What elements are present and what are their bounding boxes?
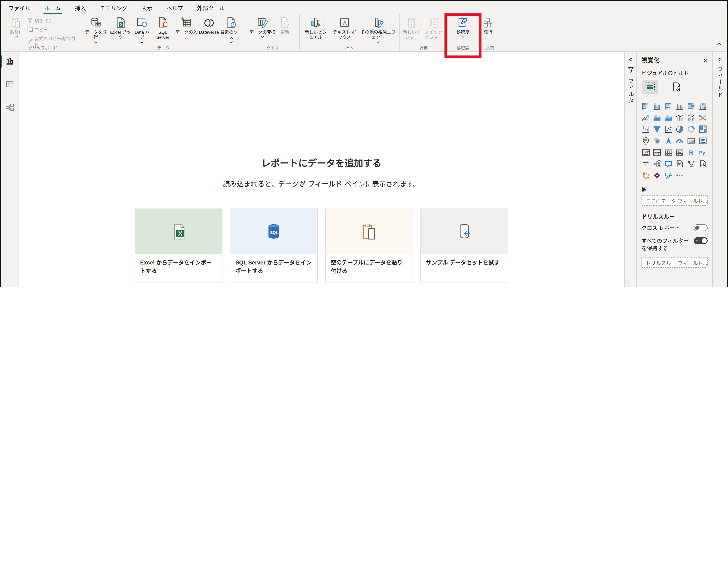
format-visual-tab[interactable] — [668, 80, 684, 94]
values-field-well[interactable]: ここにデータ フィールド... — [642, 195, 707, 206]
data-view-button[interactable] — [5, 80, 14, 91]
visual-icon-key-influencers[interactable] — [642, 160, 650, 168]
data-hub-button[interactable]: Data ハブ — [132, 16, 152, 44]
ribbon-group-share: 発行 共有 — [478, 14, 502, 51]
visual-icon-r-script-visual[interactable]: R — [687, 148, 695, 156]
sensitivity-icon — [457, 17, 469, 29]
visual-icon-funnel-chart[interactable] — [653, 125, 661, 133]
enter-data-button[interactable]: データの入力 — [174, 16, 199, 41]
menu-item-help[interactable]: ヘルプ — [165, 1, 184, 14]
expand-filters-icon[interactable]: « — [629, 55, 632, 63]
visual-icon-scatter-chart[interactable] — [664, 125, 673, 133]
sql-server-icon — [157, 17, 169, 29]
import-sql-card[interactable]: SQL SQL Server からデータをインポートする — [230, 208, 318, 283]
visual-icon-100-stacked-bar-chart[interactable] — [687, 102, 695, 110]
visual-icon-power-automate[interactable] — [664, 171, 673, 179]
publish-button[interactable]: 発行 — [480, 16, 496, 36]
calculator-icon — [406, 17, 418, 29]
visual-icon-get-more-visuals[interactable] — [676, 171, 684, 179]
model-view-button[interactable] — [5, 102, 14, 114]
visual-icon-decomposition-tree[interactable] — [653, 160, 661, 168]
new-visual-button[interactable]: 新しいビジュアル — [301, 16, 330, 41]
text-box-button[interactable]: A テキスト ボックス — [330, 16, 359, 41]
transform-data-icon — [256, 17, 269, 29]
visual-icon-card[interactable]: 123 — [687, 136, 695, 145]
visual-icon-map[interactable] — [642, 136, 650, 145]
menu-item-insert[interactable]: 挿入 — [74, 1, 87, 14]
menu-item-external-tools[interactable]: 外部ツール — [196, 1, 226, 14]
visual-icon-paginated-report[interactable] — [699, 160, 707, 168]
format-painter-icon — [27, 38, 33, 45]
visual-icon-treemap[interactable] — [699, 125, 707, 133]
import-excel-card[interactable]: X Excel からデータをインポートする — [134, 208, 223, 283]
chevron-down-icon — [260, 36, 264, 38]
collapse-visualizations-icon[interactable]: » — [703, 56, 707, 64]
visual-icon-donut-chart[interactable] — [687, 125, 695, 133]
visual-icon-arcgis-map[interactable] — [642, 171, 650, 179]
cut-button[interactable]: 切り取り — [26, 17, 79, 25]
active-view-indicator — [1, 55, 2, 68]
visual-icon-area-chart[interactable] — [653, 113, 661, 122]
quick-measure-button[interactable]: クイック メジャー — [422, 16, 445, 41]
sql-card-icon: SQL — [230, 209, 317, 254]
more-visuals-icon — [372, 17, 384, 29]
visual-icon-line-and-clustered-column-chart[interactable] — [687, 113, 695, 122]
paste-icon — [10, 17, 23, 29]
visual-icon-multi-row-card[interactable] — [699, 136, 707, 145]
excel-workbook-button[interactable]: X Excel ブック — [109, 16, 132, 41]
visual-icon-gauge[interactable] — [676, 136, 684, 145]
menu-item-file[interactable]: ファイル — [7, 1, 32, 14]
visual-icon-clustered-bar-chart[interactable] — [664, 102, 673, 110]
ribbon-group-query: データの変換 更新 クエリ — [246, 14, 300, 51]
visual-icon-slicer[interactable] — [653, 148, 661, 156]
visual-icon-waterfall-chart[interactable] — [642, 125, 650, 133]
report-view-button[interactable] — [5, 56, 14, 68]
sample-dataset-card[interactable]: サンプル データセットを試す — [420, 208, 508, 283]
visual-icon-stacked-column-chart[interactable] — [653, 102, 661, 110]
visual-icon-table[interactable] — [664, 148, 673, 156]
drillthrough-field-well[interactable]: ドリルスルー フィールド... — [642, 257, 707, 268]
svg-text:X: X — [178, 230, 183, 237]
cross-report-toggle[interactable] — [694, 224, 707, 231]
visual-icon-clustered-column-chart[interactable] — [676, 102, 684, 110]
collapse-ribbon-button[interactable] — [717, 39, 722, 48]
visual-icon-smart-narrative[interactable] — [676, 160, 684, 168]
build-visual-tab[interactable] — [642, 80, 658, 94]
visual-icon-line-chart[interactable] — [642, 113, 650, 122]
visual-icon-azure-map[interactable] — [664, 136, 673, 145]
menu-item-modeling[interactable]: モデリング — [99, 1, 128, 14]
get-data-button[interactable]: データを取得 — [83, 16, 109, 44]
recent-sources-button[interactable]: 最近のソース — [219, 16, 244, 44]
report-canvas[interactable]: レポートにデータを追加する 読み込まれると、データが フィールド ペインに表示さ… — [18, 52, 624, 287]
sensitivity-button[interactable]: 秘密度 — [455, 16, 471, 39]
visual-icon-stacked-bar-chart[interactable] — [642, 102, 650, 110]
menu-item-home[interactable]: ホーム — [43, 1, 62, 14]
paste-data-card[interactable]: 空のテーブルにデータを貼り付ける — [325, 208, 413, 283]
refresh-button[interactable]: 更新 — [277, 16, 293, 36]
expand-fields-icon[interactable]: « — [718, 55, 722, 63]
visual-icon-ribbon-chart[interactable] — [699, 113, 707, 122]
visual-icon-kpi[interactable] — [642, 148, 650, 156]
visual-icon-stacked-area-chart[interactable] — [664, 113, 673, 122]
copy-button[interactable]: コピー — [26, 26, 79, 33]
visual-icon-100-stacked-column-chart[interactable] — [699, 102, 707, 110]
menu-item-view[interactable]: 表示 — [140, 1, 153, 14]
visual-icon-q-and-a[interactable] — [664, 160, 673, 168]
visual-icon-line-and-stacked-column-chart[interactable] — [676, 113, 684, 122]
cut-icon — [27, 17, 33, 24]
view-rail — [1, 52, 18, 287]
dataverse-button[interactable]: Dataverse — [199, 16, 219, 36]
keep-all-filters-toggle[interactable]: ✓ — [694, 237, 707, 244]
visual-icon-filled-map[interactable] — [653, 136, 661, 145]
visual-icon-metrics[interactable] — [687, 160, 695, 168]
more-visuals-button[interactable]: その他の視覚エフェクト — [359, 16, 397, 44]
visual-icon-power-apps[interactable] — [653, 171, 661, 179]
visual-icon-pie-chart[interactable] — [676, 125, 684, 133]
transform-data-button[interactable]: データの変換 — [248, 16, 277, 39]
visual-icon-python-visual[interactable]: Py — [699, 148, 707, 156]
visual-icon-matrix[interactable] — [676, 148, 684, 156]
paste-button[interactable]: 貼り付け — [6, 16, 26, 41]
new-measure-button[interactable]: 新しいメジャー — [401, 16, 422, 41]
sql-server-button[interactable]: SQL Server — [152, 16, 174, 41]
dataverse-icon — [203, 17, 215, 29]
